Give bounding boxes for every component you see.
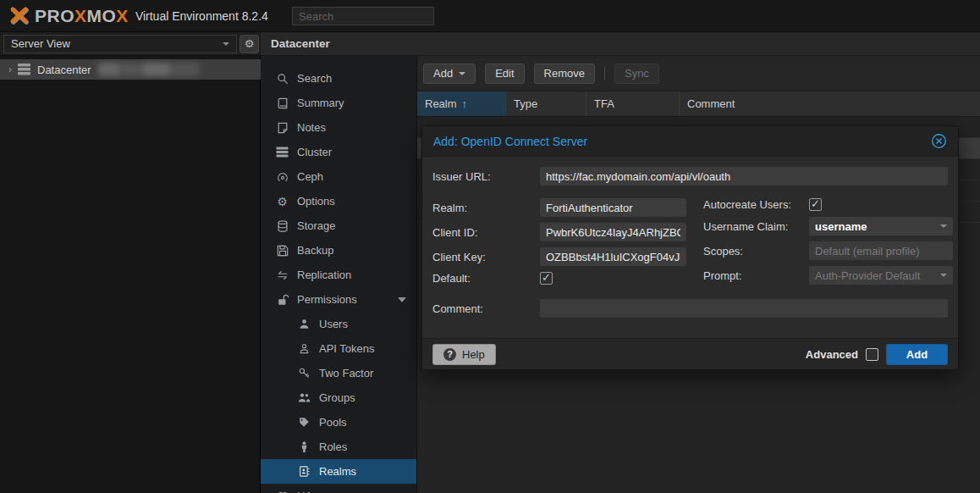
server-stack-icon: [17, 64, 31, 75]
menu-item-groups[interactable]: Groups: [261, 385, 416, 410]
menu-item-cluster[interactable]: Cluster: [261, 140, 416, 164]
realm-input[interactable]: [540, 198, 686, 217]
scopes-input[interactable]: [809, 241, 953, 260]
key-icon: [297, 368, 311, 379]
redacted-node-name: [98, 63, 200, 76]
field-username-claim: Username Claim: username: [703, 217, 953, 235]
menu-item-users[interactable]: Users: [261, 312, 416, 336]
issuer-url-input[interactable]: [540, 167, 948, 186]
menu-item-storage[interactable]: Storage: [261, 213, 416, 238]
menu-item-roles[interactable]: Roles: [261, 435, 416, 459]
menu-item-replication[interactable]: Replication: [261, 263, 416, 287]
datacenter-menu: Search Summary Notes Cluster Ceph ⚙ Opti…: [261, 56, 417, 493]
client-key-input[interactable]: [540, 247, 686, 266]
chevron-down-icon[interactable]: [398, 297, 406, 302]
column-header-realm[interactable]: Realm ↑: [417, 91, 506, 116]
menu-item-permissions[interactable]: Permissions: [261, 287, 416, 312]
dialog-right-column: Autocreate Users: Username Claim: userna…: [703, 198, 953, 285]
username-claim-select[interactable]: username: [809, 217, 953, 235]
dialog-header[interactable]: Add: OpenID Connect Server: [422, 126, 958, 157]
menu-item-ha[interactable]: HA: [261, 484, 416, 493]
prompt-select[interactable]: Auth-Provider Default: [809, 266, 953, 285]
menu-list: Search Summary Notes Cluster Ceph ⚙ Opti…: [261, 56, 416, 493]
scopes-label: Scopes:: [703, 245, 809, 258]
field-autocreate-users: Autocreate Users:: [703, 198, 953, 211]
menu-item-search[interactable]: Search: [261, 66, 416, 91]
user-icon: [297, 319, 311, 330]
proxmox-app: PROXMOX Virtual Environment 8.2.4 Server…: [0, 0, 980, 493]
menu-item-options[interactable]: ⚙ Options: [261, 189, 416, 213]
field-scopes: Scopes:: [703, 241, 953, 260]
floppy-icon: [275, 245, 289, 257]
chevron-down-icon: [223, 42, 229, 46]
table-header: Realm ↑ Type TFA Comment: [417, 91, 980, 117]
field-realm: Realm:: [432, 198, 686, 217]
sync-button[interactable]: Sync: [614, 64, 659, 84]
global-search-input[interactable]: [292, 7, 434, 25]
field-issuer-url: Issuer URL:: [432, 167, 948, 186]
chevron-right-icon[interactable]: ›: [8, 64, 12, 75]
default-label: Default:: [432, 272, 540, 285]
menu-item-realms[interactable]: Realms: [261, 459, 416, 484]
database-icon: [275, 220, 289, 232]
menu-item-summary[interactable]: Summary: [261, 91, 416, 115]
view-mode-label: Server View: [11, 37, 70, 50]
menu-item-api-tokens[interactable]: API Tokens: [261, 336, 416, 361]
view-mode-select[interactable]: Server View: [3, 35, 237, 53]
version-subtitle: Virtual Environment 8.2.4: [135, 9, 268, 23]
autocreate-users-checkbox[interactable]: [809, 198, 822, 211]
dialog-add-button[interactable]: Add: [886, 344, 948, 365]
advanced-label: Advanced: [806, 348, 858, 361]
question-icon: ?: [443, 348, 456, 361]
tree-settings-button[interactable]: ⚙: [239, 35, 259, 53]
client-id-label: Client ID:: [432, 226, 540, 239]
proxmox-x-logo-icon: [8, 6, 31, 26]
remove-button[interactable]: Remove: [534, 64, 595, 84]
menu-item-notes[interactable]: Notes: [261, 115, 416, 140]
field-comment: Comment:: [432, 299, 948, 318]
menu-item-pools[interactable]: Pools: [261, 410, 416, 435]
gear-icon: ⚙: [275, 195, 289, 208]
person-icon: [297, 441, 311, 452]
menu-item-backup[interactable]: Backup: [261, 238, 416, 263]
help-button[interactable]: ? Help: [432, 344, 496, 365]
heartbeat-icon: [275, 490, 289, 493]
server-stack-icon: [275, 147, 289, 158]
tag-icon: [297, 417, 311, 428]
default-checkbox[interactable]: [540, 272, 553, 285]
search-icon: [275, 73, 289, 85]
user-outline-icon: [297, 343, 311, 354]
realms-toolbar: Add Edit Remove Sync: [417, 56, 980, 91]
content-header: Datacenter: [261, 32, 980, 56]
column-header-tfa[interactable]: TFA: [586, 91, 680, 116]
add-button[interactable]: Add: [423, 64, 476, 84]
comment-input[interactable]: [540, 299, 948, 318]
menu-item-two-factor[interactable]: Two Factor: [261, 361, 416, 385]
proxmox-wordmark: PROXMOX: [35, 6, 129, 26]
tree-item-label: Datacenter: [37, 64, 91, 76]
unlock-icon: [275, 294, 289, 306]
autocreate-users-label: Autocreate Users:: [703, 198, 809, 211]
tree-toolbar: Server View ⚙: [0, 32, 261, 56]
column-header-comment[interactable]: Comment: [680, 91, 980, 116]
column-header-type[interactable]: Type: [506, 91, 586, 116]
add-openid-dialog: Add: OpenID Connect Server Issuer URL: R…: [421, 125, 959, 370]
advanced-checkbox[interactable]: [866, 348, 878, 361]
menu-item-ceph[interactable]: Ceph: [261, 164, 416, 189]
tree-item-datacenter[interactable]: › Datacenter: [0, 59, 261, 80]
address-book-icon: [297, 466, 311, 477]
resource-tree: › Datacenter: [0, 56, 261, 493]
issuer-url-label: Issuer URL:: [432, 170, 540, 183]
breadcrumb: Datacenter: [271, 37, 330, 50]
chevron-down-icon: [459, 72, 465, 75]
book-icon: [275, 97, 289, 109]
top-bar: PROXMOX Virtual Environment 8.2.4: [0, 0, 980, 32]
realm-label: Realm:: [432, 202, 540, 214]
close-icon[interactable]: [931, 133, 947, 149]
edit-button[interactable]: Edit: [485, 64, 524, 84]
users-icon: [297, 392, 311, 403]
client-key-label: Client Key:: [432, 251, 540, 263]
dialog-left-column: Realm: Client ID: Client Key: Default:: [432, 198, 686, 285]
dialog-title: Add: OpenID Connect Server: [433, 135, 587, 148]
client-id-input[interactable]: [540, 223, 686, 241]
